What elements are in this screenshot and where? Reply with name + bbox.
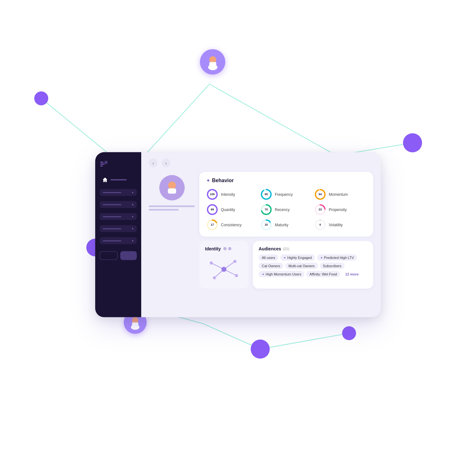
sidebar-cancel-button[interactable] [100,251,118,260]
forward-button[interactable]: › [162,159,170,168]
svg-rect-19 [132,322,138,326]
donut-value-consistency: 17 [211,223,214,226]
avatar [159,175,185,201]
profile-line-1 [149,206,195,207]
metric-label-volatility: Volatility [329,223,343,227]
dropdown-arrow-2: ▾ [132,203,134,206]
audience-tag-affinity--wet-food[interactable]: Affinity: Wet Food [306,271,340,277]
svg-point-51 [235,274,238,277]
sidebar-dropdown-1[interactable]: ▾ [100,189,137,196]
behavior-title: ✦ Behavior [206,178,366,183]
svg-point-52 [213,276,216,279]
audiences-title: Audiences (21) [259,246,367,251]
donut-value-recency: 70 [265,208,268,211]
donut-value-intensity: 100 [210,193,215,196]
tag-label: Cat Owners [262,264,280,268]
tag-sparkle-icon: ✦ [262,272,264,276]
profile-panel [149,172,195,311]
dropdown-bar-1 [103,192,121,193]
metric-item-consistency: 17 Consistency [206,219,258,231]
metric-item-propensity: 23 Propensity [314,204,366,216]
svg-point-49 [210,261,213,265]
identity-dot-1 [223,247,227,250]
svg-rect-22 [100,166,103,167]
identity-network [205,255,243,284]
svg-point-12 [342,326,356,340]
audience-tag-cat-owners[interactable]: Cat Owners [259,263,283,269]
tag-sparkle-icon: ✦ [320,256,323,259]
metric-item-quantity: 99 Quantity [206,204,258,216]
metric-item-volatility: 0 Volatility [314,219,366,231]
sidebar-home-item[interactable] [100,175,137,185]
back-button[interactable]: ‹ [149,159,158,168]
main-content: ‹ › [141,152,381,317]
dropdown-arrow-5: ▾ [132,239,134,242]
dropdown-bar-2 [103,204,121,205]
donut-value-volatility: 0 [319,223,321,226]
metric-label-consistency: Consistency [221,223,241,227]
dropdown-bar-4 [103,228,121,229]
donut-frequency: 90 [260,188,272,201]
metric-label-quantity: Quantity [221,208,235,212]
tag-label: Predicted High LTV [324,256,354,260]
sidebar-confirm-button[interactable] [120,251,137,260]
sidebar-dropdown-5[interactable]: ▾ [100,237,137,244]
donut-maturity: 15 [260,219,272,231]
sidebar-dropdown-3[interactable]: ▾ [100,213,137,220]
audience-tag-high-momentum-users[interactable]: ✦High Momentum Users [259,271,304,277]
identity-card: Identity [199,241,248,289]
main-card: ▾ ▾ ▾ ▾ ▾ ‹ › [95,152,381,317]
sidebar-dropdown-4[interactable]: ▾ [100,225,137,232]
svg-rect-16 [209,62,216,66]
donut-volatility: 0 [314,219,326,231]
svg-line-3 [286,127,336,155]
profile-line-2 [149,209,179,211]
donut-quantity: 99 [206,204,218,216]
tag-label: 12 more [345,272,359,276]
tag-label: High Momentum Users [266,272,301,276]
audience-tag-multi-cat-owners[interactable]: Multi-cat Owners [285,263,318,269]
bottom-row: Identity [199,241,373,289]
behavior-card: ✦ Behavior 100 Intensity 90 Frequency [199,172,373,237]
sidebar-dropdown-2[interactable]: ▾ [100,201,137,208]
metric-label-momentum: Momentum [329,192,348,197]
identity-dot-2 [228,247,231,250]
metric-item-intensity: 100 Intensity [206,188,258,201]
svg-point-11 [403,133,422,152]
svg-point-48 [221,267,227,272]
donut-value-frequency: 90 [265,193,268,196]
svg-rect-25 [168,188,176,194]
metric-label-propensity: Propensity [329,208,347,212]
tag-label: Affinity: Wet Food [309,272,337,276]
profile-lines [149,206,195,211]
svg-rect-20 [100,162,103,163]
dropdown-bar-5 [103,240,121,241]
donut-recency: 70 [260,204,272,216]
donut-intensity: 100 [206,188,218,201]
audience-tag-highly-engaged[interactable]: ✦Highly Engaged [280,255,315,261]
audience-tag-subscribers[interactable]: Subscribers [320,263,345,269]
top-avatar-node [200,49,225,75]
tag-label: Multi-cat Owners [288,264,315,268]
logo-icon [100,160,109,169]
audience-tag-predicted-high-ltv[interactable]: ✦Predicted High LTV [317,255,357,261]
sidebar-logo [100,160,137,169]
svg-point-24 [168,182,175,189]
tag-label: Subscribers [323,264,341,268]
audience-tag-12-more[interactable]: 12 more [342,271,362,277]
home-label-bar [110,179,127,181]
right-panels: ✦ Behavior 100 Intensity 90 Frequency [199,172,373,311]
metric-item-maturity: 15 Maturity [260,219,312,231]
audience-tag-all-users[interactable]: All users [259,255,278,261]
header: ‹ › [141,159,373,168]
donut-value-quantity: 99 [211,208,214,211]
home-icon [102,177,108,183]
audiences-card: Audiences (21) All users✦Highly Engaged✦… [253,241,373,289]
donut-value-maturity: 15 [265,223,268,226]
svg-line-8 [260,333,349,349]
sidebar: ▾ ▾ ▾ ▾ ▾ [95,152,141,317]
donut-consistency: 17 [206,219,218,231]
behavior-sparkle-icon: ✦ [206,178,210,183]
svg-point-13 [251,340,270,359]
donut-momentum: 94 [314,188,326,201]
